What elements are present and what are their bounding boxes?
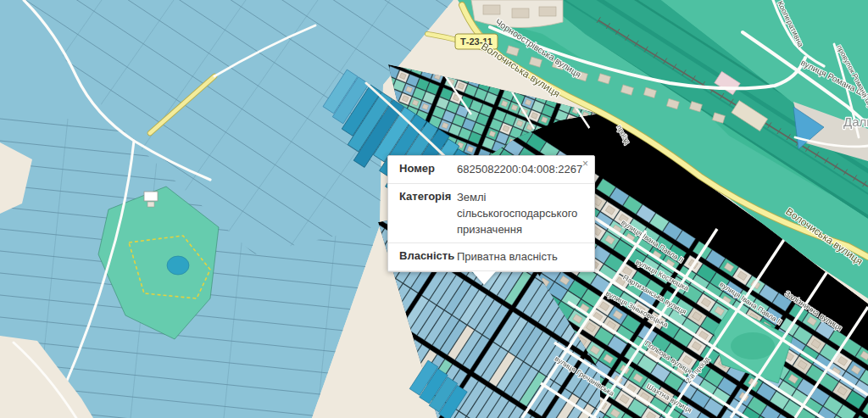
parcel-category-value: Землі сільськогосподарського призначення (450, 190, 583, 238)
parcel-ownership-value: Приватна власність (450, 249, 583, 265)
place-label: Дальні Гречани (843, 114, 868, 129)
parcel-number-value: 6825082200:04:008:2267 (450, 162, 583, 178)
field-label: Категорія (399, 190, 450, 238)
field-label: Номер (399, 162, 450, 178)
field-label: Власність (399, 249, 450, 265)
popup-pointer (472, 271, 496, 285)
map-viewport[interactable]: Т-23-11 Чорноострівська вулицяВолочиська… (0, 0, 868, 418)
close-icon[interactable]: × (582, 158, 588, 170)
popup-row-category: Категорія Землі сільськогосподарського п… (388, 184, 594, 244)
parcel-info-popup: × Номер 6825082200:04:008:2267 Категорія… (387, 155, 595, 272)
popup-row-ownership: Власність Приватна власність (388, 243, 594, 271)
popup-row-number: Номер 6825082200:04:008:2267 (388, 156, 594, 184)
